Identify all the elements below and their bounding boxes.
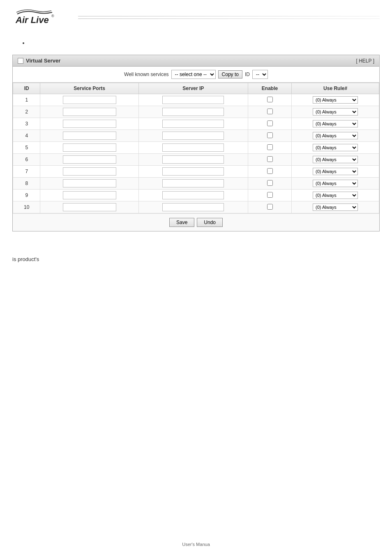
svg-text:Air Live: Air Live [15, 15, 49, 25]
cell-id-7: 7 [13, 166, 40, 178]
select-use-rule-1[interactable]: (0) Always [313, 96, 358, 104]
cell-id-4: 4 [13, 130, 40, 142]
cell-use-rule-1: (0) Always [292, 94, 379, 106]
input-service-ports-4[interactable] [63, 132, 116, 140]
input-server-ip-4[interactable] [162, 132, 224, 140]
select-use-rule-2[interactable]: (0) Always [313, 108, 358, 116]
checkbox-enable-6[interactable] [267, 156, 273, 162]
select-use-rule-10[interactable]: (0) Always [313, 204, 358, 211]
input-server-ip-8[interactable] [162, 179, 224, 187]
cell-use-rule-7: (0) Always [292, 166, 379, 178]
checkbox-enable-7[interactable] [267, 168, 273, 174]
input-service-ports-1[interactable] [63, 96, 116, 104]
footer-label: User's Manua [182, 542, 210, 547]
cell-enable-2 [248, 106, 291, 118]
cell-id-5: 5 [13, 142, 40, 154]
wks-label: Well known services [124, 72, 168, 77]
cell-service-ports-5 [40, 142, 138, 154]
input-server-ip-6[interactable] [162, 155, 224, 164]
input-service-ports-10[interactable] [63, 203, 116, 211]
checkbox-enable-8[interactable] [267, 180, 273, 186]
cell-server-ip-7 [138, 166, 248, 178]
cell-enable-9 [248, 190, 291, 201]
input-server-ip-10[interactable] [162, 203, 224, 211]
select-use-rule-6[interactable]: (0) Always [313, 156, 358, 163]
cell-id-9: 9 [13, 190, 40, 201]
panel-footer: Save Undo [13, 213, 379, 231]
select-use-rule-9[interactable]: (0) Always [313, 192, 358, 199]
col-header-server-ip: Server IP [138, 83, 248, 94]
cell-service-ports-3 [40, 118, 138, 130]
select-use-rule-8[interactable]: (0) Always [313, 180, 358, 187]
bullet-item-1 [29, 40, 371, 46]
cell-use-rule-5: (0) Always [292, 142, 379, 154]
cell-server-ip-4 [138, 130, 248, 142]
help-link[interactable]: [ HELP ] [356, 58, 374, 64]
checkbox-enable-3[interactable] [267, 120, 273, 126]
cell-server-ip-9 [138, 190, 248, 201]
well-known-services-select[interactable]: -- select one -- [171, 70, 216, 79]
cell-enable-4 [248, 130, 291, 142]
col-header-service-ports: Service Ports [40, 83, 138, 94]
cell-service-ports-7 [40, 166, 138, 178]
table-row: 4(0) Always [13, 130, 379, 142]
svg-text:®: ® [51, 14, 54, 18]
checkbox-enable-10[interactable] [267, 204, 273, 210]
table-row: 10(0) Always [13, 201, 379, 213]
cell-enable-1 [248, 94, 291, 106]
save-button[interactable]: Save [169, 218, 194, 227]
select-use-rule-4[interactable]: (0) Always [313, 132, 358, 139]
cell-use-rule-6: (0) Always [292, 154, 379, 166]
checkbox-enable-2[interactable] [267, 109, 273, 114]
cell-server-ip-8 [138, 178, 248, 190]
id-select[interactable]: -- [252, 70, 268, 79]
checkbox-enable-9[interactable] [267, 192, 273, 198]
cell-enable-5 [248, 142, 291, 154]
id-label: ID [245, 72, 250, 77]
input-server-ip-1[interactable] [162, 96, 224, 104]
input-service-ports-2[interactable] [63, 108, 116, 116]
copy-to-button[interactable]: Copy to [218, 70, 242, 79]
cell-service-ports-8 [40, 178, 138, 190]
logo-area: Air Live ® [12, 7, 62, 30]
input-service-ports-5[interactable] [63, 143, 116, 152]
panel-title: Virtual Server [18, 58, 60, 64]
cell-use-rule-3: (0) Always [292, 118, 379, 130]
input-server-ip-2[interactable] [162, 108, 224, 116]
select-use-rule-5[interactable]: (0) Always [313, 144, 358, 151]
input-server-ip-9[interactable] [162, 191, 224, 199]
checkbox-enable-1[interactable] [267, 97, 273, 102]
input-server-ip-5[interactable] [162, 143, 224, 152]
cell-service-ports-6 [40, 154, 138, 166]
bottom-text: is product's [12, 256, 39, 262]
input-service-ports-8[interactable] [63, 179, 116, 187]
cell-server-ip-6 [138, 154, 248, 166]
cell-enable-8 [248, 178, 291, 190]
input-server-ip-3[interactable] [162, 120, 224, 128]
input-server-ip-7[interactable] [162, 167, 224, 176]
table-row: 9(0) Always [13, 190, 379, 201]
input-service-ports-9[interactable] [63, 191, 116, 199]
select-use-rule-7[interactable]: (0) Always [313, 168, 358, 175]
cell-enable-10 [248, 201, 291, 213]
well-known-services-row: Well known services -- select one -- Cop… [13, 67, 379, 83]
cell-id-6: 6 [13, 154, 40, 166]
cell-enable-3 [248, 118, 291, 130]
table-row: 2(0) Always [13, 106, 379, 118]
cell-service-ports-9 [40, 190, 138, 201]
cell-service-ports-1 [40, 94, 138, 106]
undo-button[interactable]: Undo [197, 218, 223, 227]
col-header-id: ID [13, 83, 40, 94]
checkbox-enable-4[interactable] [267, 132, 273, 138]
input-service-ports-7[interactable] [63, 167, 116, 176]
input-service-ports-3[interactable] [63, 120, 116, 128]
select-use-rule-3[interactable]: (0) Always [313, 120, 358, 127]
cell-use-rule-8: (0) Always [292, 178, 379, 190]
table-row: 3(0) Always [13, 118, 379, 130]
input-service-ports-6[interactable] [63, 155, 116, 164]
main-content: Virtual Server [ HELP ] Well known servi… [0, 51, 392, 248]
table-header-row: ID Service Ports Server IP Enable Use Ru… [13, 83, 379, 94]
table-row: 6(0) Always [13, 154, 379, 166]
cell-id-8: 8 [13, 178, 40, 190]
checkbox-enable-5[interactable] [267, 144, 273, 150]
